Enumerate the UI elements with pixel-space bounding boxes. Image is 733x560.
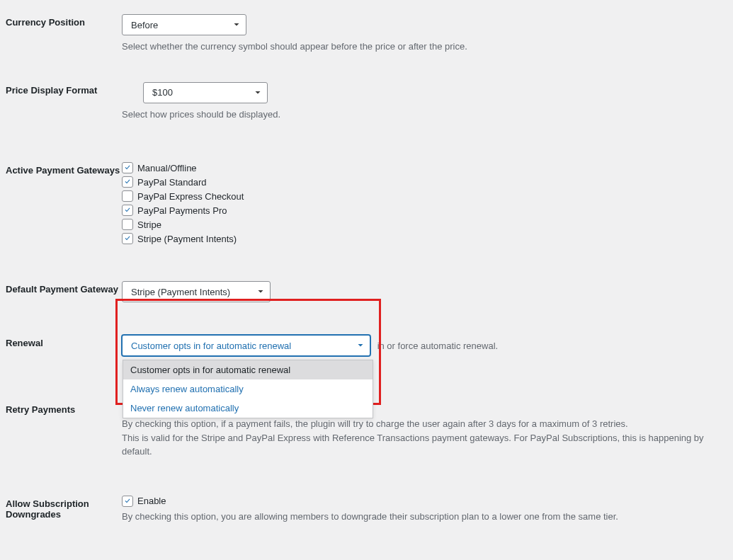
renewal-selected-value: Customer opts in for automatic renewal [131,341,291,351]
gateway-label-5[interactable]: Stripe (Payment Intents) [137,234,237,244]
renewal-option-0[interactable]: Customer opts in for automatic renewal [123,360,373,379]
renewal-option-1[interactable]: Always renew automatically [123,379,373,399]
retry-payments-desc-1: By checking this option, if a payment fa… [122,417,727,431]
active-gateways-label: Active Payment Gateways [6,165,120,176]
price-display-value: $100 [152,87,173,98]
gateway-checkbox-0[interactable] [122,162,133,173]
gateway-checkbox-3[interactable] [122,205,133,216]
currency-position-select[interactable]: Before [122,14,246,35]
currency-position-label: Currency Position [6,17,85,28]
renewal-select[interactable]: Customer opts in for automatic renewal C… [122,335,370,356]
gateway-label-2[interactable]: PayPal Express Checkout [137,191,244,202]
gateway-row-3: PayPal Payments Pro [122,205,727,216]
chevron-down-icon [256,287,266,297]
default-gateway-value: Stripe (Payment Intents) [131,287,230,297]
price-display-description: Select how prices should be displayed. [122,108,727,122]
allow-downgrades-label: Allow Subscription Downgrades [6,498,89,520]
price-display-label: Price Display Format [6,85,97,96]
row-allow-downgrades: Allow Subscription Downgrades Enable By … [0,496,733,524]
gateway-row-0: Manual/Offline [122,162,727,173]
allow-downgrades-description: By checking this option, you are allowin… [122,510,727,524]
gateway-label-3[interactable]: PayPal Payments Pro [137,205,227,216]
default-gateway-label: Default Payment Gateway [6,284,118,295]
retry-payments-label: Retry Payments [6,404,75,415]
gateway-row-5: Stripe (Payment Intents) [122,233,727,244]
allow-downgrades-checkbox[interactable] [122,496,133,507]
currency-position-description: Select whether the currency symbol shoul… [122,40,727,54]
gateway-checkbox-1[interactable] [122,176,133,188]
gateway-checkbox-4[interactable] [122,219,133,230]
chevron-down-icon [356,341,365,350]
renewal-label: Renewal [6,338,43,348]
chevron-down-icon [232,20,242,30]
allow-downgrades-enable-label[interactable]: Enable [137,496,166,506]
gateway-label-1[interactable]: PayPal Standard [137,177,207,188]
gateway-row-2: PayPal Express Checkout [122,190,727,202]
price-display-select[interactable]: $100 [143,82,268,103]
row-price-display: Price Display Format $100 Select how pri… [0,82,733,122]
active-gateways-list: Manual/OfflinePayPal StandardPayPal Expr… [122,162,727,247]
row-currency-position: Currency Position Before Select whether … [0,14,733,54]
renewal-dropdown-list: Customer opts in for automatic renewal A… [123,360,373,418]
default-gateway-select[interactable]: Stripe (Payment Intents) [122,281,271,302]
gateway-checkbox-2[interactable] [122,190,133,202]
renewal-option-2[interactable]: Never renew automatically [123,399,373,418]
gateway-row-4: Stripe [122,219,727,230]
chevron-down-icon [253,88,263,98]
renewal-description-tail: in or force automatic renewal. [377,341,499,351]
row-renewal: Renewal Customer opts in for automatic r… [0,335,733,356]
currency-position-value: Before [131,20,158,30]
gateway-checkbox-5[interactable] [122,233,133,244]
gateway-row-1: PayPal Standard [122,176,727,188]
gateway-label-0[interactable]: Manual/Offline [137,163,197,173]
gateway-label-4[interactable]: Stripe [137,219,161,230]
row-active-gateways: Active Payment Gateways Manual/OfflinePa… [0,162,733,247]
retry-payments-desc-2: This is valid for the Stripe and PayPal … [122,431,727,459]
row-default-gateway: Default Payment Gateway Stripe (Payment … [0,281,733,302]
